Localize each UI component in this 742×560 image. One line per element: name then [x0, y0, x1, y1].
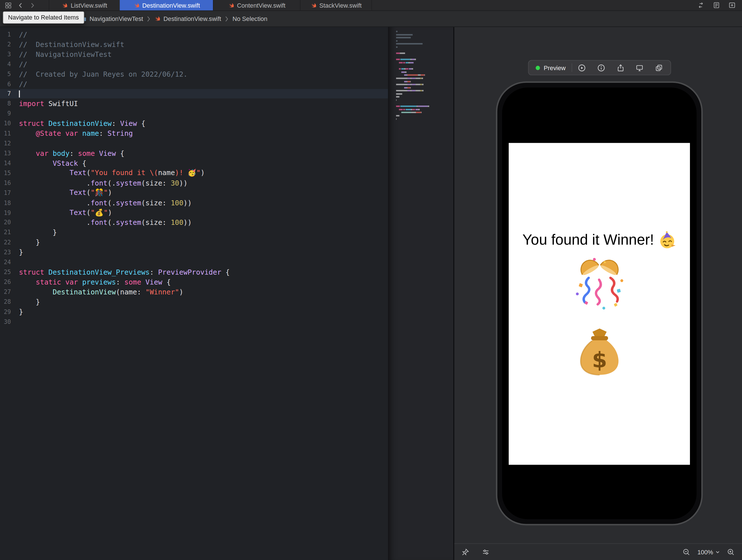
canvas-settings-icon[interactable] [482, 548, 490, 556]
tab-stackview[interactable]: StackView.swift [300, 0, 372, 10]
code-line[interactable]: 1// [0, 30, 388, 39]
code-line[interactable]: 23} [0, 247, 388, 257]
minimap-line [396, 34, 453, 35]
editor-tab-bar: ListView.swift DestinationView.swift Con… [0, 0, 742, 11]
minimap-line [396, 112, 453, 113]
code-line[interactable]: 10struct DestinationView: View { [0, 118, 388, 129]
code-line[interactable]: 18 .font(.system(size: 100)) [0, 198, 388, 208]
code-line[interactable]: 5// Created by Juan Reyes on 2022/06/12. [0, 69, 388, 79]
code-line[interactable]: 14 VStack { [0, 158, 388, 168]
code-line[interactable]: 8import SwiftUI [0, 99, 388, 109]
code-line[interactable]: 27 DestinationView(name: "Winner") [0, 287, 388, 297]
preview-title-text: You found it Winner! [522, 231, 676, 249]
line-number: 28 [0, 298, 19, 305]
preview-canvas[interactable]: Preview [453, 27, 742, 560]
line-number: 26 [0, 278, 19, 286]
code-text: // [19, 30, 28, 38]
line-number: 13 [0, 150, 19, 157]
tab-label: DestinationView.swift [142, 2, 200, 9]
code-line[interactable]: 7 [0, 89, 388, 99]
minimap-line [396, 68, 453, 69]
code-line[interactable]: 25struct DestinationView_Previews: Previ… [0, 267, 388, 277]
minimap-line [396, 40, 453, 42]
tab-listview[interactable]: ListView.swift [49, 0, 120, 10]
canvas-footer: 100% [455, 543, 742, 560]
zoom-in-icon[interactable] [727, 548, 735, 556]
code-line[interactable]: 9 [0, 109, 388, 118]
minimap-line [396, 59, 453, 60]
code-line[interactable]: 29} [0, 307, 388, 316]
breadcrumb-selection[interactable]: No Selection [232, 15, 267, 22]
code-line[interactable]: 16 .font(.system(size: 30)) [0, 178, 388, 188]
line-number: 19 [0, 209, 19, 216]
code-line[interactable]: 2// DestinationView.swift [0, 39, 388, 49]
minimap-line [396, 87, 453, 88]
chevron-down-icon [716, 550, 720, 554]
breadcrumb-group[interactable]: NavigationViewTest [80, 15, 143, 22]
preview-toolbar: Preview [528, 60, 671, 75]
minimap-line [396, 115, 453, 116]
swift-file-icon [133, 2, 140, 8]
duplicate-preview-button[interactable] [649, 60, 669, 75]
minimap-line [396, 46, 453, 48]
preview-on-device-button[interactable] [630, 60, 649, 75]
code-line[interactable]: 26 static var previews: some View { [0, 277, 388, 287]
code-line[interactable]: 19 Text("💰") [0, 208, 388, 217]
inspect-preview-button[interactable] [592, 60, 611, 75]
code-line[interactable]: 24 [0, 257, 388, 267]
tooltip-navigate-related-items: Navigate to Related Items [3, 11, 84, 24]
code-text: var body: some View { [19, 149, 124, 157]
code-text: Text("You found it \(name)! 🥳") [19, 168, 205, 177]
code-editor[interactable]: 1//2// DestinationView.swift3// Navigati… [0, 27, 453, 560]
code-line[interactable]: 28 } [0, 297, 388, 307]
live-preview-button[interactable] [572, 60, 592, 75]
code-line[interactable]: 12 [0, 138, 388, 148]
tab-contentview[interactable]: ContentView.swift [213, 0, 301, 10]
editor-options-icon[interactable] [712, 1, 720, 9]
line-number: 17 [0, 189, 19, 196]
code-text: } [19, 228, 57, 236]
line-number: 10 [0, 120, 19, 127]
zoom-out-icon[interactable] [682, 548, 690, 556]
line-number: 20 [0, 219, 19, 226]
xcode-window: ListView.swift DestinationView.swift Con… [0, 0, 742, 560]
code-line[interactable]: 22 } [0, 237, 388, 247]
minimap[interactable] [388, 27, 453, 560]
code-line[interactable]: 3// NavigationViewTest [0, 49, 388, 59]
go-forward-icon[interactable] [30, 2, 36, 9]
code-review-icon[interactable] [697, 1, 705, 9]
related-items-grid-icon[interactable] [5, 2, 12, 9]
minimap-line [396, 37, 453, 39]
line-number: 6 [0, 80, 19, 87]
line-number: 29 [0, 308, 19, 315]
code-line[interactable]: 17 Text("🎊") [0, 188, 388, 198]
code-line[interactable]: 6// [0, 79, 388, 89]
minimap-line [396, 106, 453, 107]
code-text: Text("💰") [19, 208, 112, 217]
tab-destinationview[interactable]: DestinationView.swift [120, 0, 213, 10]
line-number: 11 [0, 130, 19, 137]
breadcrumb-chevron [147, 16, 151, 21]
code-text: } [19, 248, 23, 256]
code-line[interactable]: 21 } [0, 227, 388, 237]
minimap-line [396, 118, 453, 120]
code-line[interactable]: 30 [0, 316, 388, 326]
go-back-icon[interactable] [17, 2, 24, 9]
code-text: .font(.system(size: 100)) [19, 218, 192, 226]
add-editor-icon[interactable] [728, 1, 736, 9]
code-line[interactable]: 15 Text("You found it \(name)! 🥳") [0, 168, 388, 178]
minimap-line [396, 90, 453, 91]
code-line[interactable]: 20 .font(.system(size: 100)) [0, 217, 388, 227]
pin-preview-icon[interactable] [462, 548, 469, 556]
zoom-level-dropdown[interactable]: 100% [697, 548, 720, 556]
money-bag-emoji: $ [575, 327, 624, 377]
code-text: // DestinationView.swift [19, 40, 124, 48]
breadcrumb-file[interactable]: DestinationView.swift [154, 15, 221, 22]
preview-status-dot [536, 66, 540, 70]
line-number: 27 [0, 288, 19, 295]
share-preview-button[interactable] [611, 60, 630, 75]
code-line[interactable]: 4// [0, 59, 388, 69]
code-line[interactable]: 11 @State var name: String [0, 129, 388, 138]
line-number: 15 [0, 169, 19, 176]
code-line[interactable]: 13 var body: some View { [0, 148, 388, 158]
